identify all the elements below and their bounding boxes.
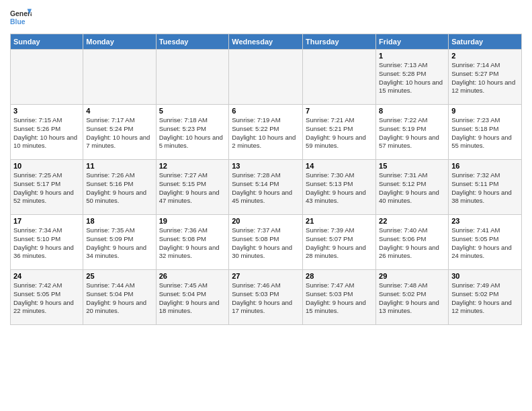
- calendar-table: SundayMondayTuesdayWednesdayThursdayFrid…: [10, 34, 522, 325]
- day-info: Sunrise: 7:28 AMSunset: 5:14 PMDaylight:…: [232, 171, 300, 205]
- calendar-cell: 11Sunrise: 7:26 AMSunset: 5:16 PMDayligh…: [83, 160, 156, 215]
- day-number: 13: [232, 162, 300, 170]
- day-number: 19: [159, 217, 226, 225]
- weekday-header-row: SundayMondayTuesdayWednesdayThursdayFrid…: [11, 34, 522, 50]
- day-info: Sunrise: 7:40 AMSunset: 5:06 PMDaylight:…: [379, 226, 445, 261]
- day-info: Sunrise: 7:44 AMSunset: 5:04 PMDaylight:…: [86, 281, 152, 316]
- day-number: 17: [13, 217, 80, 225]
- day-info: Sunrise: 7:47 AMSunset: 5:03 PMDaylight:…: [306, 281, 373, 316]
- calendar-cell: 22Sunrise: 7:40 AMSunset: 5:06 PMDayligh…: [376, 215, 449, 270]
- calendar-cell: 14Sunrise: 7:30 AMSunset: 5:13 PMDayligh…: [303, 160, 376, 215]
- day-info: Sunrise: 7:34 AMSunset: 5:10 PMDaylight:…: [13, 226, 80, 261]
- day-number: 6: [232, 107, 300, 115]
- day-number: 23: [451, 217, 519, 225]
- day-info: Sunrise: 7:45 AMSunset: 5:04 PMDaylight:…: [159, 281, 226, 316]
- day-number: 26: [159, 272, 226, 280]
- calendar-cell: 21Sunrise: 7:39 AMSunset: 5:07 PMDayligh…: [303, 215, 376, 270]
- day-number: 15: [379, 162, 445, 170]
- day-info: Sunrise: 7:48 AMSunset: 5:02 PMDaylight:…: [379, 281, 445, 316]
- day-info: Sunrise: 7:26 AMSunset: 5:16 PMDaylight:…: [86, 171, 152, 205]
- day-number: 16: [451, 162, 519, 170]
- day-number: 18: [86, 217, 152, 225]
- calendar-week-row: 17Sunrise: 7:34 AMSunset: 5:10 PMDayligh…: [11, 215, 522, 270]
- day-info: Sunrise: 7:39 AMSunset: 5:07 PMDaylight:…: [306, 226, 373, 261]
- day-info: Sunrise: 7:22 AMSunset: 5:19 PMDaylight:…: [379, 116, 445, 150]
- calendar-cell: 1Sunrise: 7:13 AMSunset: 5:28 PMDaylight…: [376, 50, 449, 105]
- day-number: 14: [306, 162, 373, 170]
- day-info: Sunrise: 7:13 AMSunset: 5:28 PMDaylight:…: [379, 61, 445, 95]
- calendar-cell: 4Sunrise: 7:17 AMSunset: 5:24 PMDaylight…: [83, 105, 156, 160]
- calendar-week-row: 3Sunrise: 7:15 AMSunset: 5:26 PMDaylight…: [11, 105, 522, 160]
- day-number: 9: [451, 107, 519, 115]
- day-number: 2: [451, 52, 519, 60]
- day-number: 29: [379, 272, 445, 280]
- calendar-week-row: 1Sunrise: 7:13 AMSunset: 5:28 PMDaylight…: [11, 50, 522, 105]
- day-info: Sunrise: 7:46 AMSunset: 5:03 PMDaylight:…: [232, 281, 300, 316]
- weekday-header-saturday: Saturday: [449, 34, 522, 50]
- calendar-week-row: 10Sunrise: 7:25 AMSunset: 5:17 PMDayligh…: [11, 160, 522, 215]
- calendar-cell: 19Sunrise: 7:36 AMSunset: 5:08 PMDayligh…: [156, 215, 229, 270]
- calendar-cell: [11, 50, 83, 105]
- day-number: 27: [232, 272, 300, 280]
- header: General Blue: [10, 7, 522, 28]
- calendar-cell: 25Sunrise: 7:44 AMSunset: 5:04 PMDayligh…: [83, 270, 156, 325]
- calendar-cell: 10Sunrise: 7:25 AMSunset: 5:17 PMDayligh…: [11, 160, 83, 215]
- svg-text:Blue: Blue: [10, 18, 26, 26]
- day-info: Sunrise: 7:42 AMSunset: 5:05 PMDaylight:…: [13, 281, 80, 316]
- day-number: 28: [306, 272, 373, 280]
- day-number: 10: [13, 162, 80, 170]
- day-info: Sunrise: 7:18 AMSunset: 5:23 PMDaylight:…: [159, 116, 226, 150]
- day-number: 21: [306, 217, 373, 225]
- day-number: 3: [13, 107, 80, 115]
- day-info: Sunrise: 7:32 AMSunset: 5:11 PMDaylight:…: [451, 171, 519, 205]
- day-number: 8: [379, 107, 445, 115]
- weekday-header-tuesday: Tuesday: [156, 34, 229, 50]
- day-number: 24: [13, 272, 80, 280]
- day-number: 20: [232, 217, 300, 225]
- calendar-cell: 15Sunrise: 7:31 AMSunset: 5:12 PMDayligh…: [376, 160, 449, 215]
- calendar-cell: 12Sunrise: 7:27 AMSunset: 5:15 PMDayligh…: [156, 160, 229, 215]
- calendar-cell: 26Sunrise: 7:45 AMSunset: 5:04 PMDayligh…: [156, 270, 229, 325]
- weekday-header-monday: Monday: [83, 34, 156, 50]
- day-info: Sunrise: 7:21 AMSunset: 5:21 PMDaylight:…: [306, 116, 373, 150]
- day-number: 30: [451, 272, 519, 280]
- day-info: Sunrise: 7:31 AMSunset: 5:12 PMDaylight:…: [379, 171, 445, 205]
- day-info: Sunrise: 7:30 AMSunset: 5:13 PMDaylight:…: [306, 171, 373, 205]
- calendar-cell: 29Sunrise: 7:48 AMSunset: 5:02 PMDayligh…: [376, 270, 449, 325]
- calendar-cell: 30Sunrise: 7:49 AMSunset: 5:02 PMDayligh…: [449, 270, 522, 325]
- day-number: 12: [159, 162, 226, 170]
- page: General Blue SundayMondayTuesdayWednesda…: [0, 0, 532, 411]
- weekday-header-sunday: Sunday: [11, 34, 83, 50]
- calendar-cell: [229, 50, 303, 105]
- calendar-cell: 8Sunrise: 7:22 AMSunset: 5:19 PMDaylight…: [376, 105, 449, 160]
- day-number: 4: [86, 107, 152, 115]
- calendar-cell: 5Sunrise: 7:18 AMSunset: 5:23 PMDaylight…: [156, 105, 229, 160]
- calendar-cell: 23Sunrise: 7:41 AMSunset: 5:05 PMDayligh…: [449, 215, 522, 270]
- calendar-cell: 2Sunrise: 7:14 AMSunset: 5:27 PMDaylight…: [449, 50, 522, 105]
- day-number: 7: [306, 107, 373, 115]
- day-info: Sunrise: 7:15 AMSunset: 5:26 PMDaylight:…: [13, 116, 80, 150]
- calendar-cell: 7Sunrise: 7:21 AMSunset: 5:21 PMDaylight…: [303, 105, 376, 160]
- calendar-cell: 17Sunrise: 7:34 AMSunset: 5:10 PMDayligh…: [11, 215, 83, 270]
- day-info: Sunrise: 7:49 AMSunset: 5:02 PMDaylight:…: [451, 281, 519, 316]
- calendar-cell: 13Sunrise: 7:28 AMSunset: 5:14 PMDayligh…: [229, 160, 303, 215]
- day-number: 25: [86, 272, 152, 280]
- calendar-cell: 9Sunrise: 7:23 AMSunset: 5:18 PMDaylight…: [449, 105, 522, 160]
- day-info: Sunrise: 7:41 AMSunset: 5:05 PMDaylight:…: [451, 226, 519, 261]
- calendar-week-row: 24Sunrise: 7:42 AMSunset: 5:05 PMDayligh…: [11, 270, 522, 325]
- logo: General Blue: [10, 7, 32, 28]
- calendar-cell: 6Sunrise: 7:19 AMSunset: 5:22 PMDaylight…: [229, 105, 303, 160]
- day-info: Sunrise: 7:14 AMSunset: 5:27 PMDaylight:…: [451, 61, 519, 95]
- calendar-cell: 16Sunrise: 7:32 AMSunset: 5:11 PMDayligh…: [449, 160, 522, 215]
- calendar-cell: [83, 50, 156, 105]
- day-info: Sunrise: 7:17 AMSunset: 5:24 PMDaylight:…: [86, 116, 152, 150]
- calendar-cell: 3Sunrise: 7:15 AMSunset: 5:26 PMDaylight…: [11, 105, 83, 160]
- calendar-cell: 18Sunrise: 7:35 AMSunset: 5:09 PMDayligh…: [83, 215, 156, 270]
- day-number: 1: [379, 52, 445, 60]
- day-info: Sunrise: 7:35 AMSunset: 5:09 PMDaylight:…: [86, 226, 152, 261]
- logo-icon: General Blue: [10, 7, 32, 28]
- calendar-cell: [156, 50, 229, 105]
- day-number: 5: [159, 107, 226, 115]
- calendar-cell: 20Sunrise: 7:37 AMSunset: 5:08 PMDayligh…: [229, 215, 303, 270]
- calendar-cell: [303, 50, 376, 105]
